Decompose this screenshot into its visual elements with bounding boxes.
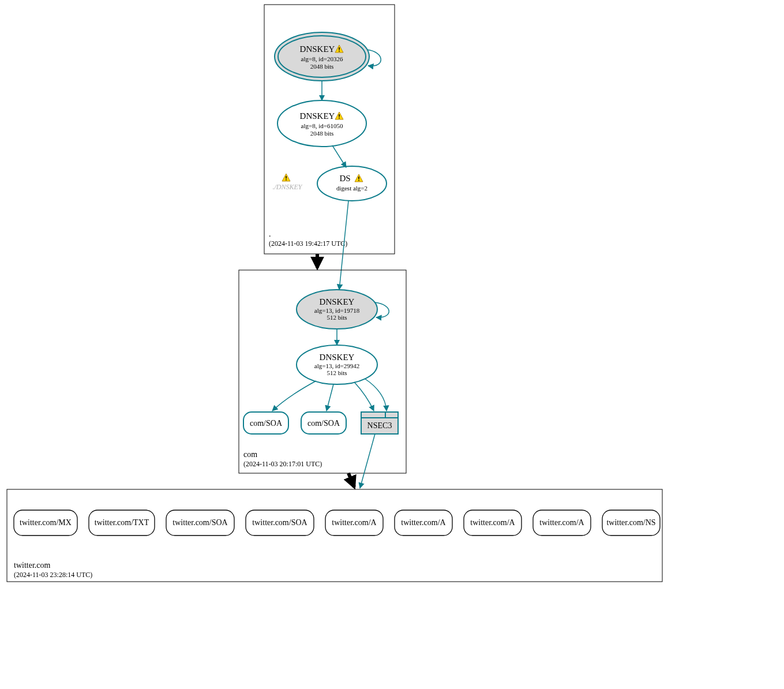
rrset-7[interactable]: twitter.com/A xyxy=(533,510,591,536)
svg-text:twitter.com/A: twitter.com/A xyxy=(470,518,515,527)
rrset-8[interactable]: twitter.com/NS xyxy=(602,510,660,536)
edge-zone-com-to-twitter xyxy=(348,473,354,487)
zone-com-ts: (2024-11-03 20:17:01 UTC) xyxy=(243,460,322,468)
node-com-soa-1[interactable]: com/SOA xyxy=(243,412,288,434)
rrset-6[interactable]: twitter.com/A xyxy=(464,510,522,536)
svg-text:512 bits: 512 bits xyxy=(327,369,347,376)
node-root-ksk[interactable]: DNSKEY alg=8, id=20326 2048 bits xyxy=(275,32,369,81)
zone-root-label: . xyxy=(269,230,271,238)
zone-com-label: com xyxy=(243,450,257,459)
svg-text:twitter.com/A: twitter.com/A xyxy=(539,518,584,527)
edge-zsk-to-nsec3-b xyxy=(365,379,387,411)
svg-text:twitter.com/TXT: twitter.com/TXT xyxy=(95,518,149,527)
rrset-5[interactable]: twitter.com/A xyxy=(395,510,452,536)
svg-text:DS: DS xyxy=(339,174,350,183)
rrset-1[interactable]: twitter.com/TXT xyxy=(89,510,155,536)
svg-text:DNSKEY: DNSKEY xyxy=(320,353,355,362)
node-root-ghost: ./DNSKEY xyxy=(272,174,302,191)
node-com-soa-2[interactable]: com/SOA xyxy=(301,412,346,434)
zone-root-ts: (2024-11-03 19:42:17 UTC) xyxy=(269,239,347,248)
svg-text:twitter.com/MX: twitter.com/MX xyxy=(20,518,72,527)
svg-text:alg=13, id=19718: alg=13, id=19718 xyxy=(314,307,360,314)
zone-twitter: twitter.com (2024-11-03 23:28:14 UTC) tw… xyxy=(7,489,662,582)
svg-text:twitter.com/NS: twitter.com/NS xyxy=(606,518,655,527)
svg-text:digest alg=2: digest alg=2 xyxy=(336,185,367,192)
edge-zsk-to-nsec3-a xyxy=(354,382,374,411)
svg-text:twitter.com/SOA: twitter.com/SOA xyxy=(172,518,228,527)
svg-text:NSEC3: NSEC3 xyxy=(367,421,392,430)
zone-com: com (2024-11-03 20:17:01 UTC) DNSKEY alg… xyxy=(239,270,406,473)
svg-text:DNSKEY: DNSKEY xyxy=(320,297,355,306)
dnssec-diagram: . (2024-11-03 19:42:17 UTC) DNSKEY alg=8… xyxy=(0,0,784,689)
svg-text:alg=8, id=61050: alg=8, id=61050 xyxy=(301,122,343,129)
svg-text:./DNSKEY: ./DNSKEY xyxy=(272,183,302,191)
node-com-nsec3[interactable]: NSEC3 xyxy=(361,412,398,434)
edge-nsec3-to-twitter xyxy=(360,434,375,488)
node-root-ds[interactable]: DS digest alg=2 xyxy=(317,166,387,201)
zone-twitter-label: twitter.com xyxy=(14,561,50,570)
svg-text:DNSKEY: DNSKEY xyxy=(300,111,335,121)
node-root-zsk[interactable]: DNSKEY alg=8, id=61050 2048 bits xyxy=(277,100,366,147)
zone-root: . (2024-11-03 19:42:17 UTC) DNSKEY alg=8… xyxy=(264,5,395,254)
warning-icon xyxy=(282,174,290,181)
svg-text:2048 bits: 2048 bits xyxy=(310,63,334,70)
svg-text:twitter.com/A: twitter.com/A xyxy=(332,518,377,527)
svg-text:2048 bits: 2048 bits xyxy=(310,130,334,137)
rrset-2[interactable]: twitter.com/SOA xyxy=(166,510,234,536)
svg-text:com/SOA: com/SOA xyxy=(250,419,283,428)
rrset-0[interactable]: twitter.com/MX xyxy=(14,510,77,536)
svg-text:alg=13, id=29942: alg=13, id=29942 xyxy=(314,362,359,369)
edge-zsk-to-soa1 xyxy=(272,381,316,411)
svg-text:twitter.com/A: twitter.com/A xyxy=(401,518,446,527)
rrset-3[interactable]: twitter.com/SOA xyxy=(246,510,314,536)
edge-zsk-to-soa2 xyxy=(327,384,333,411)
svg-text:alg=8, id=20326: alg=8, id=20326 xyxy=(301,55,343,62)
svg-point-12 xyxy=(317,166,387,201)
svg-text:twitter.com/SOA: twitter.com/SOA xyxy=(252,518,307,527)
edge-root-zsk-to-ds xyxy=(332,145,346,167)
node-com-ksk[interactable]: DNSKEY alg=13, id=19718 512 bits xyxy=(297,290,377,329)
svg-text:DNSKEY: DNSKEY xyxy=(300,44,335,54)
svg-text:com/SOA: com/SOA xyxy=(307,419,340,428)
rrset-4[interactable]: twitter.com/A xyxy=(325,510,383,536)
zone-twitter-ts: (2024-11-03 23:28:14 UTC) xyxy=(14,571,92,579)
svg-text:512 bits: 512 bits xyxy=(327,314,347,321)
